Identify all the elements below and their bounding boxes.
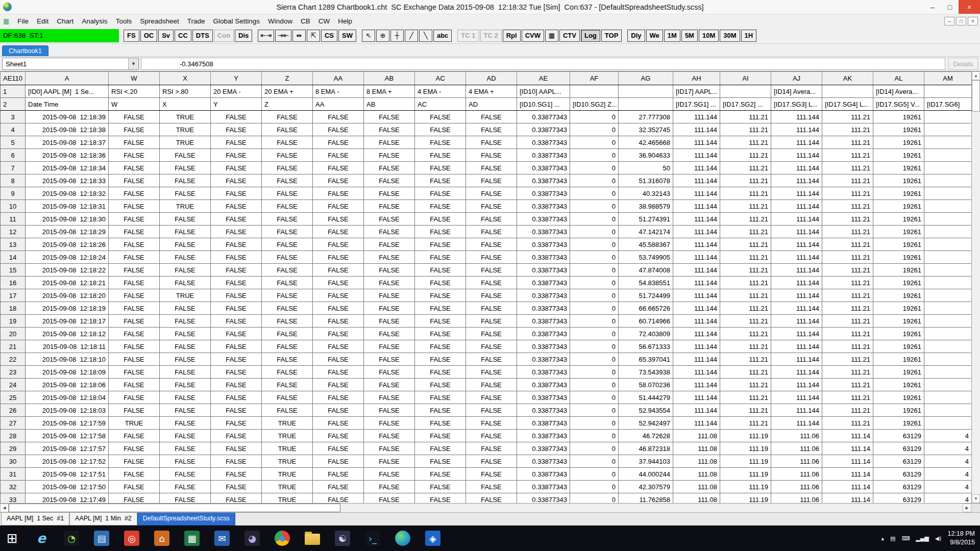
- cell-AA31[interactable]: FALSE: [313, 468, 364, 481]
- cell-AG4[interactable]: 32.352745: [619, 123, 673, 136]
- cell-X16[interactable]: FALSE: [160, 277, 211, 289]
- cell-AI22[interactable]: 111.21: [720, 353, 771, 366]
- cell-AH18[interactable]: 111.144: [673, 302, 720, 315]
- cell-AH8[interactable]: 111.144: [673, 174, 720, 187]
- cell-Y25[interactable]: FALSE: [211, 391, 262, 404]
- cell-AL5[interactable]: 19261: [873, 136, 924, 149]
- cell-AE12[interactable]: 0.33877343: [517, 226, 570, 238]
- cell-AA1[interactable]: 8 EMA -: [313, 85, 364, 98]
- cell-AK5[interactable]: 111.21: [822, 136, 873, 149]
- row-header[interactable]: 4: [1, 123, 26, 136]
- cell-AA32[interactable]: FALSE: [313, 481, 364, 493]
- cell-AH22[interactable]: 111.144: [673, 353, 720, 366]
- cell-AD30[interactable]: FALSE: [466, 455, 517, 468]
- cell-AM33[interactable]: 4: [924, 493, 972, 504]
- cell-AC23[interactable]: FALSE: [415, 366, 466, 379]
- cell-AB23[interactable]: FALSE: [364, 366, 415, 379]
- cell-AK19[interactable]: 111.21: [822, 315, 873, 328]
- cell-AA23[interactable]: FALSE: [313, 366, 364, 379]
- cell-AI10[interactable]: 111.21: [720, 200, 771, 213]
- cell-AA10[interactable]: FALSE: [313, 200, 364, 213]
- cell-Y4[interactable]: FALSE: [211, 123, 262, 136]
- cell-AB32[interactable]: FALSE: [364, 481, 415, 493]
- cell-AH33[interactable]: 111.08: [673, 493, 720, 504]
- cell-AJ17[interactable]: 111.144: [771, 289, 822, 302]
- cell-Y11[interactable]: FALSE: [211, 213, 262, 226]
- cell-AH29[interactable]: 111.08: [673, 442, 720, 455]
- cell-AL15[interactable]: 19261: [873, 264, 924, 277]
- cell-AK12[interactable]: 111.21: [822, 226, 873, 238]
- cell-AC29[interactable]: FALSE: [415, 442, 466, 455]
- cell-AL9[interactable]: 19261: [873, 187, 924, 200]
- cell-Y26[interactable]: FALSE: [211, 404, 262, 417]
- fs-button[interactable]: FS: [124, 30, 139, 42]
- cell-W5[interactable]: FALSE: [109, 136, 160, 149]
- cell-AA15[interactable]: FALSE: [313, 264, 364, 277]
- 10min-button[interactable]: 10M: [699, 30, 719, 42]
- cell-AH5[interactable]: 111.144: [673, 136, 720, 149]
- cell-AB2[interactable]: AB: [364, 98, 415, 111]
- cell-AH1[interactable]: [ID17] AAPL...: [673, 85, 720, 98]
- cell-AJ13[interactable]: 111.144: [771, 238, 822, 251]
- row-header[interactable]: 33: [1, 493, 26, 504]
- sheet-tab[interactable]: AAPL [M] 1 Min #2: [69, 513, 137, 525]
- cell-AM24[interactable]: [924, 379, 972, 391]
- cell-AC22[interactable]: FALSE: [415, 353, 466, 366]
- cell-AF1[interactable]: [570, 85, 619, 98]
- cell-AC13[interactable]: FALSE: [415, 238, 466, 251]
- cell-AK14[interactable]: 111.21: [822, 251, 873, 264]
- cell-Z20[interactable]: FALSE: [262, 328, 313, 340]
- cell-AG17[interactable]: 51.724499: [619, 289, 673, 302]
- cell-AC32[interactable]: FALSE: [415, 481, 466, 493]
- cell-AB4[interactable]: FALSE: [364, 123, 415, 136]
- cell-AE10[interactable]: 0.33877343: [517, 200, 570, 213]
- sheet-tab[interactable]: AAPL [M] 1 Sec #1: [1, 513, 69, 525]
- save-button[interactable]: Sv: [158, 30, 174, 42]
- cell-X28[interactable]: FALSE: [160, 430, 211, 442]
- cell-AD19[interactable]: FALSE: [466, 315, 517, 328]
- cell-AA19[interactable]: FALSE: [313, 315, 364, 328]
- cell-AD17[interactable]: FALSE: [466, 289, 517, 302]
- cell-AD32[interactable]: FALSE: [466, 481, 517, 493]
- cell-AF7[interactable]: 0: [570, 162, 619, 174]
- messenger-app-icon[interactable]: ☯: [335, 531, 350, 546]
- cell-AG7[interactable]: 50: [619, 162, 673, 174]
- cell-AC11[interactable]: FALSE: [415, 213, 466, 226]
- row-header[interactable]: 26: [1, 404, 26, 417]
- cell-AF12[interactable]: 0: [570, 226, 619, 238]
- cell-AL21[interactable]: 19261: [873, 340, 924, 353]
- cell-AD5[interactable]: FALSE: [466, 136, 517, 149]
- row-header[interactable]: 15: [1, 264, 26, 277]
- cell-AJ28[interactable]: 111.06: [771, 430, 822, 442]
- cell-AH26[interactable]: 111.144: [673, 404, 720, 417]
- cell-Z24[interactable]: FALSE: [262, 379, 313, 391]
- cell-AL10[interactable]: 19261: [873, 200, 924, 213]
- cell-AM3[interactable]: [924, 111, 972, 123]
- cell-AM26[interactable]: [924, 404, 972, 417]
- horizontal-line-tool-icon[interactable]: ┼: [390, 30, 404, 42]
- column-header-X[interactable]: X: [160, 72, 211, 85]
- sheet-tab[interactable]: DefaultSpreadsheetStudy.scss: [137, 513, 235, 525]
- cell-AJ4[interactable]: 111.144: [771, 123, 822, 136]
- cell-AF11[interactable]: 0: [570, 213, 619, 226]
- cell-A28[interactable]: 2015-09-08 12:17:58: [26, 430, 109, 442]
- mail-app-icon[interactable]: ✉: [214, 531, 230, 546]
- cell-AL12[interactable]: 19261: [873, 226, 924, 238]
- column-header-W[interactable]: W: [109, 72, 160, 85]
- cell-Z17[interactable]: FALSE: [262, 289, 313, 302]
- cell-AB18[interactable]: FALSE: [364, 302, 415, 315]
- cell-A27[interactable]: 2015-09-08 12:17:59: [26, 417, 109, 430]
- cell-AG25[interactable]: 51.444279: [619, 391, 673, 404]
- cell-Y33[interactable]: FALSE: [211, 493, 262, 504]
- row-header[interactable]: 3: [1, 111, 26, 123]
- cell-AJ25[interactable]: 111.144: [771, 391, 822, 404]
- cell-AA18[interactable]: FALSE: [313, 302, 364, 315]
- spreadsheet-app-icon[interactable]: ▦: [184, 531, 200, 546]
- cell-AM1[interactable]: [924, 85, 972, 98]
- row-header[interactable]: 11: [1, 213, 26, 226]
- cell-AE28[interactable]: 0.33877343: [517, 430, 570, 442]
- cell-AK9[interactable]: 111.21: [822, 187, 873, 200]
- cell-AA33[interactable]: FALSE: [313, 493, 364, 504]
- cell-Y24[interactable]: FALSE: [211, 379, 262, 391]
- cell-X2[interactable]: X: [160, 98, 211, 111]
